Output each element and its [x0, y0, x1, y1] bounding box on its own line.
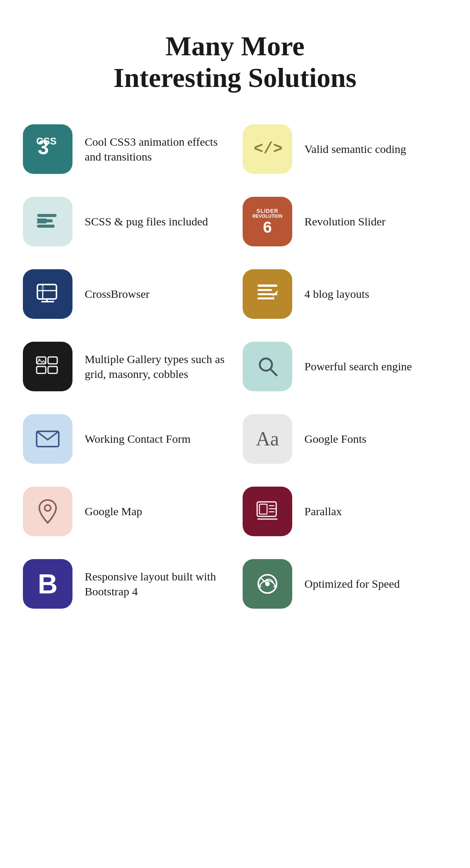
feature-gallery-types: Multiple Gallery types such as grid, mas…	[23, 342, 227, 391]
feature-css3-animation: 3 CSS Cool CSS3 animation effects and tr…	[23, 124, 227, 174]
speed-icon	[254, 571, 281, 597]
bootstrap-label: Responsive layout built with Bootstrap 4	[85, 569, 227, 599]
search-engine-icon-wrap	[243, 342, 292, 391]
blog-icon	[255, 281, 280, 306]
bootstrap-icon: B	[38, 568, 58, 600]
feature-google-fonts: Aa Google Fonts	[243, 414, 447, 464]
search-icon	[255, 354, 280, 379]
svg-rect-18	[48, 357, 57, 364]
svg-line-23	[270, 369, 277, 375]
feature-optimized-speed: Optimized for Speed	[243, 559, 447, 609]
feature-blog-layouts: 4 blog layouts	[243, 269, 447, 319]
revolution-slider-label: Revolution Slider	[304, 214, 386, 229]
google-map-label: Google Map	[85, 504, 142, 519]
slider-icon: SLIDER REVOLUTION 6	[253, 208, 283, 235]
feature-search-engine: Powerful search engine	[243, 342, 447, 391]
gallery-types-label: Multiple Gallery types such as grid, mas…	[85, 352, 227, 381]
scss-pug-icon-wrap: ≡	[23, 197, 72, 246]
feature-crossbrowser: CrossBrowser	[23, 269, 227, 319]
page-title: Many More Interesting Solutions	[23, 31, 447, 94]
crossbrowser-icon-wrap	[23, 269, 72, 319]
code-icon: </>	[252, 137, 283, 161]
gallery-icon	[34, 353, 61, 380]
feature-semantic-coding: </> Valid semantic coding	[243, 124, 447, 174]
css3-animation-label: Cool CSS3 animation effects and transiti…	[85, 134, 227, 164]
scss-icon: ≡	[34, 210, 61, 233]
google-fonts-label: Google Fonts	[304, 431, 367, 446]
svg-point-12	[41, 286, 44, 289]
svg-rect-19	[37, 366, 46, 373]
pin-icon	[37, 498, 58, 525]
feature-google-map: Google Map	[23, 487, 227, 536]
feature-parallax: Parallax	[243, 487, 447, 536]
optimized-speed-label: Optimized for Speed	[304, 576, 400, 591]
svg-rect-20	[48, 366, 57, 373]
svg-rect-5	[37, 219, 53, 222]
css3-animation-icon-wrap: 3 CSS	[23, 124, 72, 174]
svg-rect-6	[37, 225, 55, 228]
contact-form-label: Working Contact Form	[85, 431, 191, 446]
svg-rect-13	[258, 285, 277, 287]
svg-text:</>: </>	[254, 140, 283, 156]
svg-point-25	[45, 505, 51, 511]
parallax-icon-wrap	[243, 487, 292, 536]
search-engine-label: Powerful search engine	[304, 359, 412, 374]
contact-form-icon-wrap	[23, 414, 72, 464]
svg-rect-14	[258, 289, 272, 291]
blog-layouts-icon-wrap	[243, 269, 292, 319]
font-icon: Aa	[256, 428, 279, 450]
svg-text:CSS: CSS	[36, 135, 56, 147]
feature-revolution-slider: SLIDER REVOLUTION 6 Revolution Slider	[243, 197, 447, 246]
blog-layouts-label: 4 blog layouts	[304, 286, 369, 301]
css3-icon: 3 CSS	[34, 133, 61, 165]
crossbrowser-label: CrossBrowser	[85, 286, 150, 301]
feature-scss-pug: ≡ SCSS & pug files included	[23, 197, 227, 246]
globe-icon	[34, 281, 61, 307]
features-grid: 3 CSS Cool CSS3 animation effects and tr…	[23, 124, 447, 609]
bootstrap-icon-wrap: B	[23, 559, 72, 609]
parallax-icon	[254, 498, 281, 525]
svg-rect-27	[259, 504, 267, 514]
optimized-speed-icon-wrap	[243, 559, 292, 609]
svg-rect-7	[37, 285, 56, 299]
gallery-types-icon-wrap	[23, 342, 72, 391]
page-container: Many More Interesting Solutions 3 CSS Co…	[0, 0, 470, 647]
svg-rect-4	[37, 214, 56, 217]
google-fonts-icon-wrap: Aa	[243, 414, 292, 464]
revolution-slider-icon-wrap: SLIDER REVOLUTION 6	[243, 197, 292, 246]
feature-bootstrap: B Responsive layout built with Bootstrap…	[23, 559, 227, 609]
svg-rect-17	[37, 357, 46, 364]
scss-pug-label: SCSS & pug files included	[85, 214, 208, 229]
google-map-icon-wrap	[23, 487, 72, 536]
semantic-coding-label: Valid semantic coding	[304, 141, 406, 156]
mail-icon	[35, 428, 61, 449]
parallax-label: Parallax	[304, 504, 342, 519]
svg-rect-16	[258, 297, 274, 299]
feature-contact-form: Working Contact Form	[23, 414, 227, 464]
semantic-coding-icon-wrap: </>	[243, 124, 292, 174]
